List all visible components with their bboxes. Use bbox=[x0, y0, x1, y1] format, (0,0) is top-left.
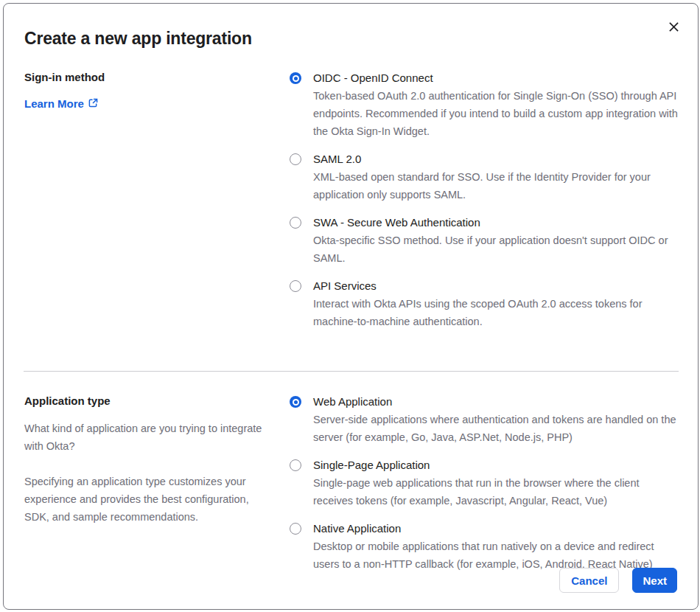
application-type-label: Application type bbox=[24, 394, 275, 407]
create-app-integration-modal: Create a new app integration Sign-in met… bbox=[3, 3, 699, 610]
option-native-application-label: Native Application bbox=[313, 522, 401, 535]
option-swa-label: SWA - Secure Web Authentication bbox=[313, 216, 480, 229]
section-divider bbox=[24, 371, 679, 372]
external-link-icon bbox=[88, 97, 98, 110]
option-saml[interactable]: SAML 2.0 XML-based open standard for SSO… bbox=[290, 150, 679, 204]
option-saml-description: XML-based open standard for SSO. Use if … bbox=[313, 168, 679, 204]
option-oidc[interactable]: OIDC - OpenID Connect Token-based OAuth … bbox=[290, 69, 679, 140]
option-spa-description: Single-page web applications that run in… bbox=[313, 474, 679, 510]
option-api-services[interactable]: API Services Interact with Okta APIs usi… bbox=[290, 277, 679, 330]
radio-saml[interactable] bbox=[290, 153, 301, 165]
cancel-button[interactable]: Cancel bbox=[559, 568, 619, 593]
radio-native-application[interactable] bbox=[290, 523, 301, 535]
option-web-application[interactable]: Web Application Server-side applications… bbox=[290, 393, 679, 446]
radio-swa[interactable] bbox=[290, 217, 301, 229]
radio-oidc[interactable] bbox=[290, 72, 301, 84]
radio-web-application[interactable] bbox=[290, 396, 301, 408]
option-web-application-description: Server-side applications where authentic… bbox=[313, 411, 679, 446]
option-spa-label: Single-Page Application bbox=[313, 459, 430, 471]
option-api-services-label: API Services bbox=[313, 279, 377, 292]
radio-spa[interactable] bbox=[290, 459, 301, 471]
modal-title: Create a new app integration bbox=[24, 29, 677, 49]
learn-more-link[interactable]: Learn More bbox=[24, 97, 98, 110]
close-icon[interactable] bbox=[667, 20, 680, 33]
learn-more-label: Learn More bbox=[24, 97, 84, 110]
option-oidc-label: OIDC - OpenID Connect bbox=[313, 72, 433, 84]
modal-footer: Cancel Next bbox=[559, 568, 677, 593]
signin-method-section: Sign-in method Learn More OIDC - OpenID … bbox=[24, 69, 679, 341]
application-type-section: Application type What kind of applicatio… bbox=[24, 393, 679, 583]
option-swa-description: Okta-specific SSO method. Use if your ap… bbox=[313, 232, 679, 267]
option-swa[interactable]: SWA - Secure Web Authentication Okta-spe… bbox=[290, 214, 679, 267]
application-type-note: Specifying an application type customize… bbox=[24, 473, 275, 526]
option-oidc-description: Token-based OAuth 2.0 authentication for… bbox=[313, 87, 679, 140]
option-api-services-description: Interact with Okta APIs using the scoped… bbox=[313, 295, 679, 330]
option-saml-label: SAML 2.0 bbox=[313, 153, 361, 165]
option-native-application[interactable]: Native Application Desktop or mobile app… bbox=[290, 520, 679, 573]
next-button[interactable]: Next bbox=[632, 568, 677, 593]
option-spa[interactable]: Single-Page Application Single-page web … bbox=[290, 456, 679, 510]
radio-api-services[interactable] bbox=[290, 280, 301, 292]
application-type-question: What kind of application are you trying … bbox=[24, 420, 275, 455]
option-web-application-label: Web Application bbox=[313, 395, 392, 408]
signin-method-label: Sign-in method bbox=[24, 71, 275, 83]
